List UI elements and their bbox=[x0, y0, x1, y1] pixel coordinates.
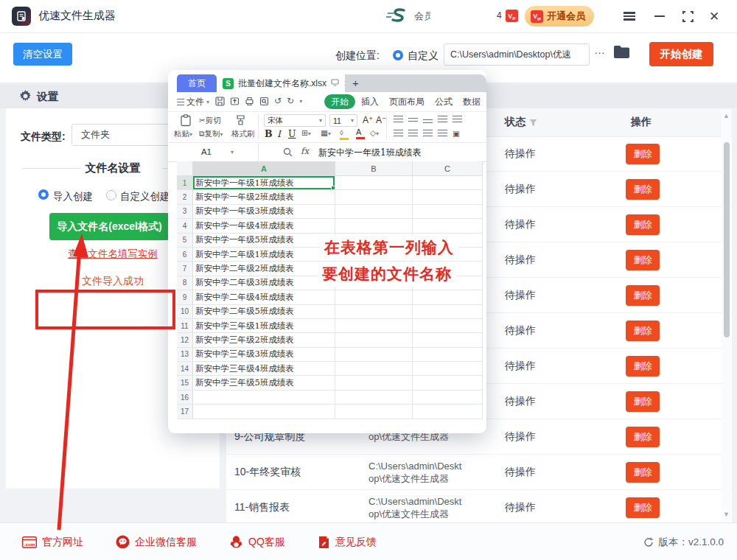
decrease-font-icon[interactable]: A⁻ bbox=[376, 115, 386, 125]
wps-document-tab[interactable]: S 批量创建文件名称.xlsx ✕ bbox=[223, 74, 350, 92]
cell-name-box[interactable]: A1▾ bbox=[177, 142, 259, 161]
ribbon-tab[interactable]: 页面布局 bbox=[389, 96, 425, 108]
import-create-radio[interactable] bbox=[38, 189, 49, 200]
grid-cell-A5[interactable]: 新安中学一年级5班成绩表 bbox=[193, 234, 335, 248]
scrollbar-thumb[interactable] bbox=[724, 142, 730, 337]
delete-button[interactable]: 删除 bbox=[626, 214, 660, 235]
grid-cell-A10[interactable]: 新安中学二年级5班成绩表 bbox=[193, 305, 335, 319]
scroll-down-icon[interactable]: ▼ bbox=[723, 511, 730, 518]
row-number[interactable]: 16 bbox=[177, 391, 193, 405]
delete-button[interactable]: 删除 bbox=[626, 462, 660, 483]
merge-cells-icon[interactable]: ▣ bbox=[453, 129, 460, 138]
delete-button[interactable]: 删除 bbox=[626, 144, 660, 164]
ribbon-tab-start[interactable]: 开始 bbox=[324, 94, 355, 109]
grid-cell-B17[interactable] bbox=[335, 405, 413, 419]
delete-button[interactable]: 删除 bbox=[626, 321, 660, 341]
qq-support-link[interactable]: QQ客服 bbox=[229, 535, 285, 549]
target-path-input[interactable] bbox=[444, 43, 590, 66]
grid-cell-A3[interactable]: 新安中学一年级3班成绩表 bbox=[193, 205, 335, 219]
redo-icon[interactable]: ↻ bbox=[287, 96, 294, 106]
increase-indent-icon[interactable] bbox=[453, 116, 462, 125]
scroll-up-icon[interactable]: ▲ bbox=[723, 113, 730, 119]
borders-icon[interactable]: ⊞▾ bbox=[301, 128, 311, 137]
row-number[interactable]: 7 bbox=[177, 262, 193, 276]
open-membership-button[interactable]: VIP 开通会员 bbox=[525, 6, 594, 27]
row-number[interactable]: 10 bbox=[177, 305, 193, 319]
new-tab-button[interactable]: + bbox=[352, 77, 359, 89]
delete-button[interactable]: 删除 bbox=[626, 427, 660, 447]
grid-cell-B2[interactable] bbox=[335, 190, 413, 204]
chevron-down-icon[interactable]: ▾ bbox=[299, 98, 302, 105]
grid-cell-A9[interactable]: 新安中学二年级4班成绩表 bbox=[193, 290, 335, 304]
align-right-icon[interactable] bbox=[423, 130, 433, 139]
row-number[interactable]: 8 bbox=[177, 276, 193, 290]
justify-icon[interactable] bbox=[438, 130, 447, 139]
grid-cell-B10[interactable] bbox=[335, 305, 413, 319]
select-all-corner[interactable] bbox=[177, 161, 193, 176]
copy-button[interactable]: ⧉复制▾ bbox=[199, 129, 223, 139]
wps-home-tab[interactable]: 首页 bbox=[177, 74, 217, 92]
delete-button[interactable]: 删除 bbox=[626, 285, 660, 306]
align-bottom-icon[interactable] bbox=[423, 116, 433, 125]
row-number[interactable]: 12 bbox=[177, 333, 193, 347]
undo-icon[interactable]: ↺ bbox=[274, 96, 282, 106]
italic-button[interactable]: I bbox=[277, 128, 281, 139]
grid-cell-C16[interactable] bbox=[413, 391, 483, 405]
grid-cell-A8[interactable]: 新安中学二年级3班成绩表 bbox=[193, 276, 335, 290]
delete-button[interactable]: 删除 bbox=[626, 356, 660, 377]
grid-cell-A1[interactable]: 新安中学一年级1班成绩表 bbox=[193, 176, 335, 190]
ribbon-tab[interactable]: 公式 bbox=[435, 96, 453, 108]
grid-cell-A12[interactable]: 新安中学三年级2班成绩表 bbox=[193, 333, 335, 347]
delete-button[interactable]: 删除 bbox=[626, 250, 660, 270]
row-number[interactable]: 2 bbox=[177, 190, 193, 204]
grid-cell-C3[interactable] bbox=[413, 205, 483, 219]
hamburger-menu-icon[interactable] bbox=[621, 9, 638, 24]
row-number[interactable]: 9 bbox=[177, 290, 193, 304]
grid-cell-A17[interactable] bbox=[193, 405, 335, 419]
align-middle-icon[interactable] bbox=[408, 116, 418, 125]
grid-cell-C12[interactable] bbox=[413, 333, 483, 347]
decrease-indent-icon[interactable] bbox=[438, 116, 447, 125]
open-folder-icon[interactable] bbox=[613, 45, 630, 62]
grid-cell-C10[interactable] bbox=[413, 305, 483, 319]
bold-button[interactable]: B bbox=[265, 128, 273, 139]
magnifier-icon[interactable] bbox=[283, 147, 293, 160]
clear-settings-button[interactable]: 清空设置 bbox=[13, 43, 72, 66]
align-left-icon[interactable] bbox=[394, 130, 403, 139]
row-number[interactable]: 17 bbox=[177, 405, 193, 419]
fx-icon[interactable]: fx bbox=[301, 146, 309, 156]
import-filenames-button[interactable]: 导入文件名(excel格式) bbox=[49, 213, 170, 240]
column-header-B[interactable]: B bbox=[335, 161, 413, 176]
grid-cell-B3[interactable] bbox=[335, 205, 413, 219]
print-preview-icon[interactable] bbox=[259, 97, 269, 106]
grid-cell-A6[interactable]: 新安中学二年级1班成绩表 bbox=[193, 248, 335, 262]
grid-cell-C1[interactable] bbox=[413, 176, 483, 190]
paste-button[interactable]: 粘贴▾ bbox=[174, 129, 192, 139]
format-painter-button[interactable]: 格式刷 bbox=[231, 129, 255, 139]
grid-cell-C4[interactable] bbox=[413, 219, 483, 233]
grid-cell-A4[interactable]: 新安中学一年级4班成绩表 bbox=[193, 219, 335, 233]
grid-cell-A7[interactable]: 新安中学二年级2班成绩表 bbox=[193, 262, 335, 276]
grid-cell-A14[interactable]: 新安中学三年级4班成绩表 bbox=[193, 362, 335, 376]
grid-cell-A15[interactable]: 新安中学三年级5班成绩表 bbox=[193, 376, 335, 390]
grid-cell-C14[interactable] bbox=[413, 362, 483, 376]
delete-button[interactable]: 删除 bbox=[626, 179, 660, 200]
grid-cell-C17[interactable] bbox=[413, 405, 483, 419]
grid-cell-C13[interactable] bbox=[413, 348, 483, 362]
file-menu[interactable]: 文件▾ bbox=[177, 96, 209, 108]
clear-format-icon[interactable]: ◇▾ bbox=[370, 128, 379, 137]
align-center-icon[interactable] bbox=[408, 130, 418, 139]
wechat-support-link[interactable]: 企业微信客服 bbox=[116, 535, 197, 549]
refresh-icon[interactable] bbox=[643, 537, 654, 547]
grid-cell-B15[interactable] bbox=[335, 376, 413, 390]
custom-location-radio[interactable] bbox=[393, 50, 403, 60]
close-button[interactable]: ✕ bbox=[706, 9, 722, 24]
grid-cell-B11[interactable] bbox=[335, 319, 413, 333]
format-painter-icon[interactable] bbox=[236, 115, 245, 127]
cell-shading-icon[interactable]: ▦▾ bbox=[321, 128, 331, 137]
row-number[interactable]: 15 bbox=[177, 376, 193, 390]
delete-button[interactable]: 删除 bbox=[626, 391, 660, 412]
font-name-select[interactable]: 宋体▾ bbox=[264, 114, 326, 127]
row-number[interactable]: 13 bbox=[177, 348, 193, 362]
official-website-link[interactable]: .com 官方网址 bbox=[22, 536, 83, 549]
